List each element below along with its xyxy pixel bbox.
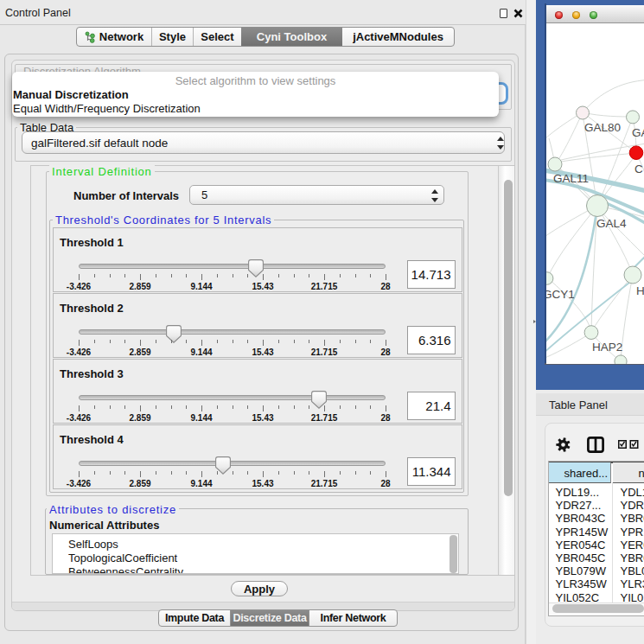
svg-text:GAL11: GAL11 [553, 172, 589, 185]
svg-text:HAP2: HAP2 [592, 341, 622, 354]
svg-text:GAL4: GAL4 [596, 217, 627, 230]
svg-text:GAL80: GAL80 [584, 121, 621, 134]
svg-text:GA: GA [632, 126, 644, 139]
svg-text:C: C [634, 163, 643, 175]
svg-text:GCY1: GCY1 [546, 288, 575, 301]
svg-text:H: H [636, 284, 644, 297]
